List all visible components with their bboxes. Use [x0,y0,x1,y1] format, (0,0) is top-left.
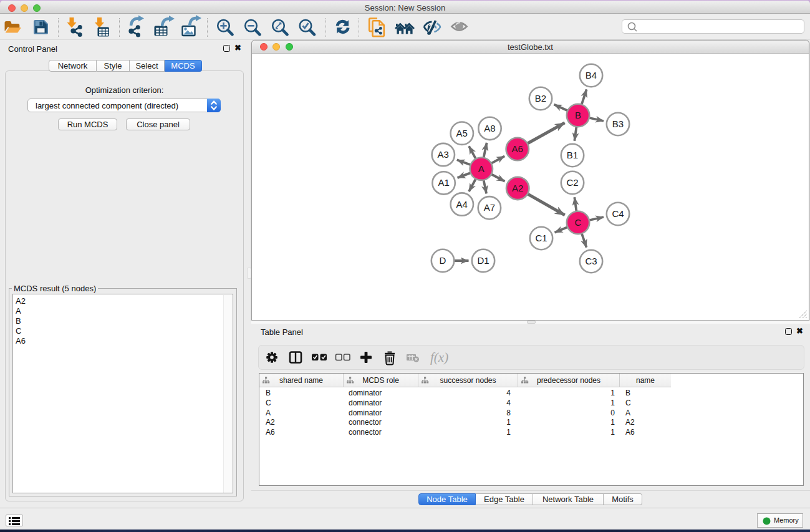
svg-text:A3: A3 [438,149,449,160]
svg-text:B: B [575,110,581,120]
svg-text:A1: A1 [438,177,449,188]
svg-text:A5: A5 [456,128,468,138]
svg-text:C1: C1 [535,233,547,243]
svg-text:C4: C4 [612,208,624,219]
svg-text:C3: C3 [585,256,597,266]
svg-text:D1: D1 [477,255,489,266]
svg-text:A4: A4 [456,199,468,210]
svg-text:B3: B3 [612,118,624,129]
svg-text:f(x): f(x) [430,350,448,365]
svg-text:B4: B4 [586,70,597,80]
svg-text:A7: A7 [484,202,495,213]
svg-text:A: A [478,163,485,174]
svg-text:B1: B1 [567,150,578,160]
svg-text:A6: A6 [512,143,523,154]
svg-text:C2: C2 [566,177,578,188]
svg-text:A8: A8 [484,123,495,133]
svg-text:C: C [575,217,582,228]
svg-text:B2: B2 [535,93,546,104]
svg-text:D: D [440,255,446,266]
svg-text:A2: A2 [512,183,523,193]
